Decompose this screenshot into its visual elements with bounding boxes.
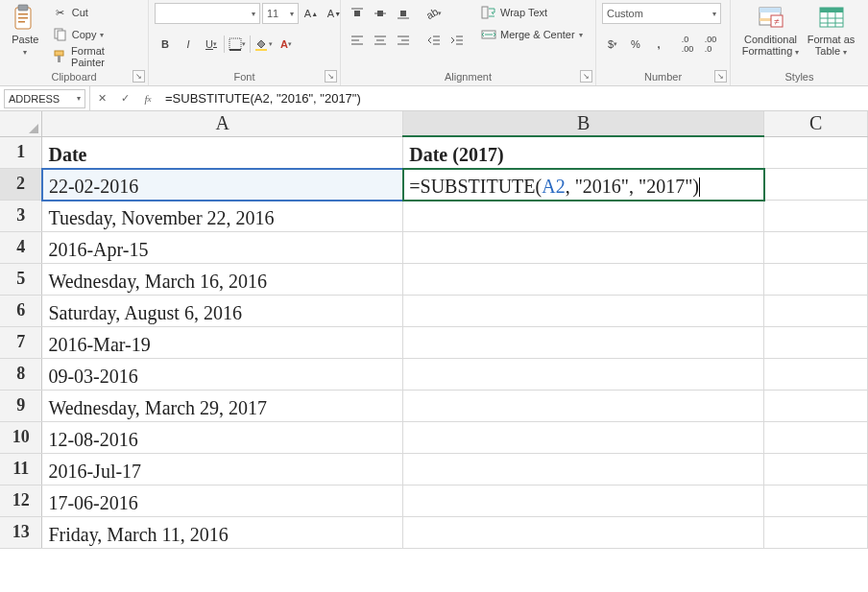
number-format-select[interactable]: Custom ▾ (602, 3, 721, 24)
cell-B6[interactable] (403, 295, 764, 326)
clipboard-dialog-launcher[interactable]: ↘ (133, 70, 145, 83)
cell-C2[interactable] (764, 168, 868, 200)
align-left-button[interactable] (347, 30, 368, 51)
cell-A1[interactable]: Date (42, 136, 403, 168)
paste-button[interactable]: Paste▾ (6, 3, 45, 59)
cell-A11[interactable]: 2016-Jul-17 (42, 453, 403, 485)
row-header[interactable]: 4 (0, 231, 42, 263)
increase-decimal-button[interactable]: .0.00 (677, 34, 698, 55)
orientation-button[interactable]: ab▾ (423, 3, 445, 24)
cell-C9[interactable] (764, 390, 868, 421)
row-header[interactable]: 3 (0, 200, 42, 231)
cut-icon: ✂ (53, 5, 68, 20)
increase-indent-button[interactable] (446, 30, 468, 51)
copy-button[interactable]: Copy ▾ (49, 25, 142, 44)
select-all-corner[interactable] (0, 111, 42, 136)
borders-button[interactable]: ▾ (227, 34, 248, 55)
cell-A12[interactable]: 17-06-2016 (42, 485, 403, 516)
cell-B9[interactable] (403, 390, 764, 421)
cell-B3[interactable] (403, 200, 764, 231)
cell-C13[interactable] (764, 516, 868, 548)
row-header[interactable]: 5 (0, 263, 42, 295)
align-center-button[interactable] (370, 30, 391, 51)
cell-C6[interactable] (764, 295, 868, 326)
enter-formula-button[interactable]: ✓ (113, 88, 136, 109)
row-header[interactable]: 13 (0, 516, 42, 548)
row-header[interactable]: 1 (0, 136, 42, 168)
row-header[interactable]: 2 (0, 168, 42, 200)
font-dialog-launcher[interactable]: ↘ (325, 70, 337, 83)
align-right-button[interactable] (393, 30, 414, 51)
cell-A10[interactable]: 12-08-2016 (42, 421, 403, 453)
cut-button[interactable]: ✂ Cut (49, 3, 142, 22)
chevron-down-icon: ▾ (23, 48, 27, 57)
cell-B11[interactable] (403, 453, 764, 485)
font-name-select[interactable]: ▾ (155, 3, 260, 24)
cell-A4[interactable]: 2016-Apr-15 (42, 231, 403, 263)
row-header[interactable]: 8 (0, 358, 42, 390)
increase-font-button[interactable]: A▲ (301, 3, 322, 24)
ribbon-group-alignment: ab▾ Wrap Text Merge & Ce (341, 0, 596, 85)
align-middle-button[interactable] (370, 3, 391, 24)
cancel-formula-button[interactable]: ✕ (90, 88, 113, 109)
row-header[interactable]: 10 (0, 421, 42, 453)
comma-format-button[interactable]: , (648, 34, 669, 55)
italic-button[interactable]: I (178, 34, 199, 55)
cell-C3[interactable] (764, 200, 868, 231)
bold-button[interactable]: B (155, 34, 176, 55)
align-top-button[interactable] (347, 3, 368, 24)
alignment-dialog-launcher[interactable]: ↘ (580, 70, 592, 83)
underline-button[interactable]: U▾ (201, 34, 222, 55)
row-header[interactable]: 7 (0, 326, 42, 358)
cell-B5[interactable] (403, 263, 764, 295)
cell-C7[interactable] (764, 326, 868, 358)
cell-C4[interactable] (764, 231, 868, 263)
formula-input[interactable] (159, 88, 868, 109)
cell-A13[interactable]: Friday, March 11, 2016 (42, 516, 403, 548)
decrease-indent-button[interactable] (423, 30, 445, 51)
cell-A6[interactable]: Saturday, August 6, 2016 (42, 295, 403, 326)
cell-B7[interactable] (403, 326, 764, 358)
row-header[interactable]: 11 (0, 453, 42, 485)
cell-A3[interactable]: Tuesday, November 22, 2016 (42, 200, 403, 231)
format-painter-button[interactable]: Format Painter (49, 47, 142, 66)
column-header-a[interactable]: A (42, 111, 403, 136)
cell-A5[interactable]: Wednesday, March 16, 2016 (42, 263, 403, 295)
percent-format-button[interactable]: % (625, 34, 646, 55)
align-bottom-button[interactable] (393, 3, 414, 24)
decrease-decimal-button[interactable]: .00.0 (700, 34, 721, 55)
column-header-b[interactable]: B (403, 111, 764, 136)
cell-C5[interactable] (764, 263, 868, 295)
row-header[interactable]: 12 (0, 485, 42, 516)
cell-B8[interactable] (403, 358, 764, 390)
cell-B10[interactable] (403, 421, 764, 453)
cell-B2[interactable]: =SUBSTITUTE(A2, "2016", "2017") (403, 168, 764, 200)
cell-C10[interactable] (764, 421, 868, 453)
cell-B12[interactable] (403, 485, 764, 516)
cell-B4[interactable] (403, 231, 764, 263)
cell-A2[interactable]: 22-02-2016 (42, 168, 403, 200)
cell-A9[interactable]: Wednesday, March 29, 2017 (42, 390, 403, 421)
fill-color-button[interactable]: ▾ (253, 34, 274, 55)
cell-C1[interactable] (764, 136, 868, 168)
conditional-formatting-button[interactable]: ≠ Conditional Formatting ▾ (739, 3, 803, 59)
font-size-select[interactable]: 11 ▾ (262, 3, 299, 24)
accounting-format-button[interactable]: $▾ (602, 34, 623, 55)
cell-B13[interactable] (403, 516, 764, 548)
cell-C11[interactable] (764, 453, 868, 485)
column-header-c[interactable]: C (764, 111, 868, 136)
cell-B1[interactable]: Date (2017) (403, 136, 764, 168)
row-header[interactable]: 6 (0, 295, 42, 326)
cell-C8[interactable] (764, 358, 868, 390)
font-color-button[interactable]: A ▾ (276, 34, 297, 55)
number-dialog-launcher[interactable]: ↘ (714, 70, 727, 83)
insert-function-button[interactable]: fx (136, 88, 159, 109)
cell-A7[interactable]: 2016-Mar-19 (42, 326, 403, 358)
svg-rect-7 (55, 51, 63, 56)
name-box[interactable]: ADDRESS ▾ (4, 89, 85, 108)
format-as-table-button[interactable]: Format as Table ▾ (803, 3, 860, 59)
cell-A8[interactable]: 09-03-2016 (42, 358, 403, 390)
cell-C12[interactable] (764, 485, 868, 516)
worksheet-grid[interactable]: A B C 1 Date Date (2017) 2 22-02-2016 =S… (0, 111, 868, 592)
row-header[interactable]: 9 (0, 390, 42, 421)
